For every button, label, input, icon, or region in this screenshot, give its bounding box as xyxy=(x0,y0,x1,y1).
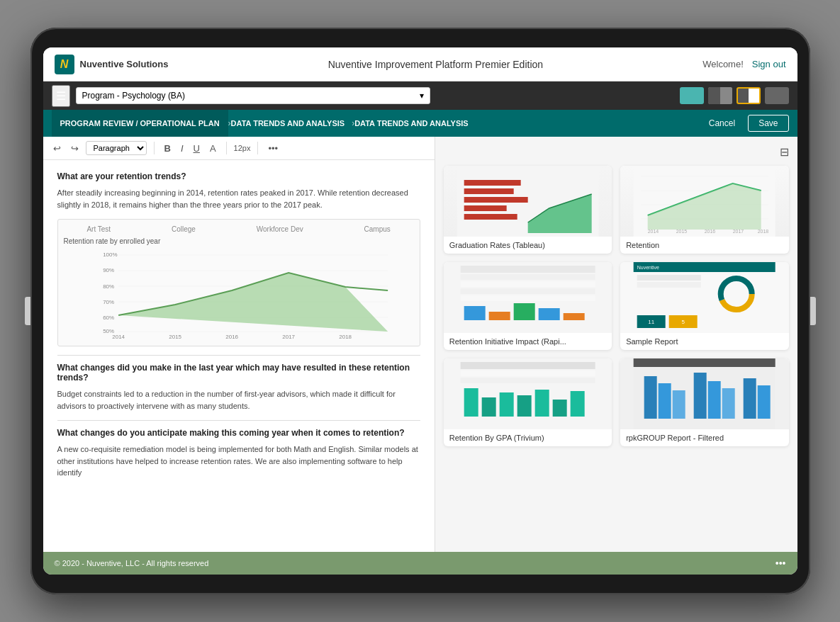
thumb-label-rpk: rpkGROUP Report - Filtered xyxy=(620,429,788,446)
program-selector[interactable]: Program - Psychology (BA) ▾ xyxy=(76,87,430,104)
chart-tab-workforce[interactable]: Workforce Dev xyxy=(257,225,303,233)
footer-text: © 2020 - Nuventive, LLC - All rights res… xyxy=(55,559,209,567)
hamburger-button[interactable]: ☰ xyxy=(52,85,70,107)
svg-rect-39 xyxy=(460,281,595,287)
breadcrumb-item-3[interactable]: Data Trends and Analysis xyxy=(354,119,476,128)
svg-rect-66 xyxy=(534,390,549,417)
thumbnail-retention[interactable]: 2014 2015 2016 2017 2018 Retention xyxy=(620,166,788,254)
filter-icon[interactable]: ⊟ xyxy=(780,145,789,159)
right-thumbnails-panel: ⊟ xyxy=(435,137,797,552)
thumbnail-initiative[interactable]: Retention Initiative Impact (Rapi... xyxy=(444,262,612,350)
breadcrumb-bar: PROGRAM REVIEW / OPERATIONAL PLAN › Data… xyxy=(43,110,797,137)
logo-area: N Nuventive Solutions xyxy=(55,55,169,74)
retention-chart: Art Test College Workforce Dev Campus Re… xyxy=(57,219,420,346)
view-toggle-split-gray[interactable] xyxy=(708,87,732,104)
cancel-button[interactable]: Cancel xyxy=(702,115,742,131)
view-toggle-split-active[interactable] xyxy=(737,87,761,104)
svg-rect-73 xyxy=(673,390,685,419)
thumb-image-gpa xyxy=(444,358,612,429)
svg-rect-70 xyxy=(634,358,775,367)
svg-text:2014: 2014 xyxy=(112,334,125,340)
svg-text:100%: 100% xyxy=(103,251,117,258)
svg-rect-38 xyxy=(460,274,595,280)
section-divider-2 xyxy=(57,420,420,421)
svg-rect-22 xyxy=(464,205,506,211)
answer-1-text: After steadily increasing beginning in 2… xyxy=(57,187,420,210)
svg-text:2017: 2017 xyxy=(733,229,744,234)
answer-3-text: A new co-requisite remediation model is … xyxy=(57,443,420,479)
svg-rect-45 xyxy=(538,308,559,320)
more-options-button[interactable]: ••• xyxy=(265,142,281,155)
redo-button[interactable]: ↪ xyxy=(68,142,82,155)
chart-canvas: 100% 90% 80% 70% 60% 50% xyxy=(64,248,414,340)
svg-text:70%: 70% xyxy=(103,299,114,305)
chart-tab-college[interactable]: College xyxy=(172,225,196,233)
svg-rect-43 xyxy=(488,312,510,320)
left-editor-panel: ↩ ↪ Paragraph Heading 1 Heading 2 B I U … xyxy=(43,137,435,552)
editor-content[interactable]: What are your retention trends? After st… xyxy=(43,160,435,552)
save-button[interactable]: Save xyxy=(748,115,788,132)
thumb-label-sample: Sample Report xyxy=(620,333,788,350)
main-content: ↩ ↪ Paragraph Heading 1 Heading 2 B I U … xyxy=(43,137,797,552)
dropdown-chevron-icon: ▾ xyxy=(420,91,424,101)
svg-text:2015: 2015 xyxy=(676,229,688,234)
thumb-image-graduation xyxy=(444,166,612,237)
svg-rect-44 xyxy=(513,303,534,320)
chart-tab-art[interactable]: Art Test xyxy=(86,225,111,233)
breadcrumb-item-1[interactable]: PROGRAM REVIEW / OPERATIONAL PLAN xyxy=(52,110,228,137)
thumbnail-graduation[interactable]: Graduation Rates (Tableau) xyxy=(444,166,612,254)
svg-rect-67 xyxy=(552,400,566,417)
program-label: Program - Psychology (BA) xyxy=(82,91,185,101)
svg-rect-78 xyxy=(758,385,771,419)
svg-text:2016: 2016 xyxy=(705,229,716,234)
sign-out-link[interactable]: Sign out xyxy=(752,59,786,69)
thumb-image-initiative xyxy=(444,262,612,333)
svg-text:60%: 60% xyxy=(103,315,114,321)
footer: © 2020 - Nuventive, LLC - All rights res… xyxy=(43,552,797,575)
thumb-image-rpk xyxy=(620,358,788,429)
view-toggle-grid[interactable] xyxy=(765,87,789,104)
italic-button[interactable]: I xyxy=(178,142,186,155)
breadcrumb-actions: Cancel Save xyxy=(702,115,789,132)
svg-marker-12 xyxy=(118,273,388,332)
svg-rect-71 xyxy=(644,376,657,419)
question-1-heading: What are your retention trends? xyxy=(57,171,420,181)
svg-rect-20 xyxy=(464,188,513,194)
svg-rect-37 xyxy=(460,266,595,273)
svg-text:80%: 80% xyxy=(103,283,114,290)
chart-tab-campus[interactable]: Campus xyxy=(364,225,391,233)
svg-rect-21 xyxy=(464,197,527,203)
thumb-image-retention: 2014 2015 2016 2017 2018 xyxy=(620,166,788,237)
thumbnail-gpa[interactable]: Retention By GPA (Trivium) xyxy=(444,358,612,446)
thumbnail-rpk[interactable]: rpkGROUP Report - Filtered xyxy=(620,358,788,446)
thumb-label-retention: Retention xyxy=(620,237,788,254)
thumbnail-sample[interactable]: Nuventive 11 5 xyxy=(620,262,788,350)
svg-rect-40 xyxy=(460,288,595,294)
top-right: Welcome! Sign out xyxy=(702,59,785,69)
svg-rect-74 xyxy=(694,373,707,419)
view-toggle-list[interactable] xyxy=(680,87,704,104)
svg-rect-75 xyxy=(708,381,721,419)
format-select[interactable]: Paragraph Heading 1 Heading 2 xyxy=(86,141,147,155)
svg-rect-61 xyxy=(460,378,595,383)
svg-text:5: 5 xyxy=(682,319,685,325)
svg-rect-60 xyxy=(460,371,595,376)
app-title: Nuventive Improvement Platform Premier E… xyxy=(168,59,702,70)
font-color-button[interactable]: A xyxy=(207,142,219,155)
editor-toolbar: ↩ ↪ Paragraph Heading 1 Heading 2 B I U … xyxy=(43,137,435,160)
undo-button[interactable]: ↩ xyxy=(50,142,64,155)
svg-text:2017: 2017 xyxy=(282,334,295,340)
top-bar: N Nuventive Solutions Nuventive Improvem… xyxy=(43,47,797,81)
nav-bar: ☰ Program - Psychology (BA) ▾ xyxy=(43,81,797,110)
footer-more-button[interactable]: ••• xyxy=(775,558,786,569)
breadcrumb-item-2[interactable]: Data Trends and Analysis xyxy=(231,119,352,128)
bold-button[interactable]: B xyxy=(162,142,174,155)
svg-text:90%: 90% xyxy=(103,267,114,273)
thumb-image-sample: Nuventive 11 5 xyxy=(620,262,788,333)
svg-rect-64 xyxy=(499,392,513,417)
chart-tabs: Art Test College Workforce Dev Campus xyxy=(64,225,414,233)
svg-rect-77 xyxy=(744,378,756,419)
chart-title: Retention rate by enrolled year xyxy=(64,237,414,245)
font-size-display: 12px xyxy=(234,144,251,152)
underline-button[interactable]: U xyxy=(191,142,203,155)
